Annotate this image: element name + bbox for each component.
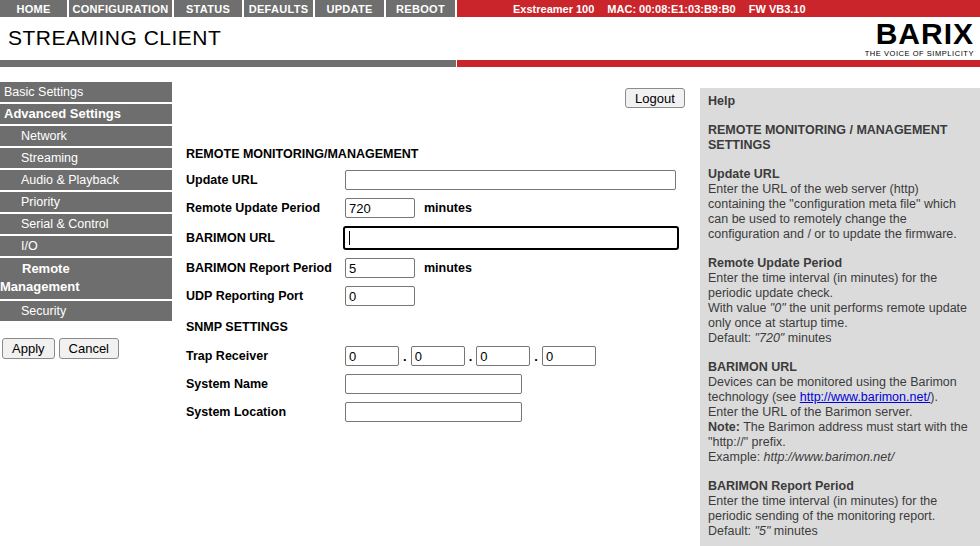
nav-item-home[interactable]: HOME [0, 0, 67, 17]
help-update-url-body: Enter the URL of the web server (http) c… [708, 182, 972, 242]
sidebar-item-io[interactable]: I/O [0, 236, 172, 256]
update-url-input[interactable] [345, 170, 676, 190]
barimon-link[interactable]: http://www.barimon.net/ [800, 390, 931, 404]
barimon-report-period-unit: minutes [424, 261, 472, 275]
help-section-barimon-report-period: BARIMON Report Period Enter the time int… [708, 479, 972, 539]
help-remote-update-period-title: Remote Update Period [708, 256, 972, 271]
help-note-label: Note: [708, 420, 740, 434]
help-section-update-url: Update URL Enter the URL of the web serv… [708, 167, 972, 242]
row-barimon-report-period: BARIMON Report Period minutes [186, 258, 681, 278]
logout-button[interactable]: Logout [625, 88, 685, 108]
sidebar-item-security[interactable]: Security [0, 301, 172, 321]
device-mac: MAC: 00:08:E1:03:B9:B0 [607, 3, 735, 15]
sidebar-item-remote-management-label: Remote Management [0, 258, 148, 299]
row-system-name: System Name [186, 374, 681, 394]
help-title: Help [708, 94, 972, 109]
sidebar-item-remote-management[interactable]: Remote Management [0, 258, 172, 299]
sidebar-item-advanced-settings[interactable]: Advanced Settings [0, 104, 172, 124]
nav-item-configuration[interactable]: CONFIGURATION [69, 0, 172, 17]
help-section-remote-update-period: Remote Update Period Enter the time inte… [708, 256, 972, 346]
device-firmware: FW VB3.10 [749, 3, 806, 15]
sidebar-buttons: Apply Cancel [0, 338, 172, 359]
barimon-report-period-input[interactable] [345, 258, 415, 278]
nav-item-reboot[interactable]: REBOOT [386, 0, 455, 17]
divider-bar-red [457, 60, 980, 67]
help-barimon-report-period-body: Enter the time interval (in minutes) for… [708, 494, 972, 539]
trap-receiver-octet4-input[interactable] [542, 346, 596, 366]
octet-separator: . [403, 349, 407, 364]
udp-reporting-port-label: UDP Reporting Port [186, 289, 345, 303]
help-barimon-report-period-title: BARIMON Report Period [708, 479, 972, 494]
sidebar-item-network[interactable]: Network [0, 126, 172, 146]
nav-item-status[interactable]: STATUS [174, 0, 242, 17]
cancel-button[interactable]: Cancel [59, 338, 119, 359]
barimon-url-input[interactable] [343, 226, 679, 250]
remote-update-period-label: Remote Update Period [186, 201, 345, 215]
help-barimon-url-body: Devices can be monitored using the Barim… [708, 375, 972, 465]
help-heading: REMOTE MONITORING / MANAGEMENT SETTINGS [708, 123, 972, 153]
help-panel: Help REMOTE MONITORING / MANAGEMENT SETT… [700, 88, 980, 546]
octet-separator: . [534, 349, 538, 364]
trap-receiver-octet1-input[interactable] [345, 346, 399, 366]
text-caret [349, 231, 350, 245]
sidebar-item-streaming[interactable]: Streaming [0, 148, 172, 168]
system-location-label: System Location [186, 405, 345, 419]
row-remote-update-period: Remote Update Period minutes [186, 198, 681, 218]
update-url-label: Update URL [186, 173, 345, 187]
page-title: STREAMING CLIENT [8, 26, 221, 50]
apply-button[interactable]: Apply [2, 338, 55, 359]
sidebar-item-serial-control[interactable]: Serial & Control [0, 214, 172, 234]
snmp-section: SNMP SETTINGS Trap Receiver . . . System… [186, 320, 681, 422]
barimon-report-period-label: BARIMON Report Period [186, 261, 345, 275]
remote-update-period-unit: minutes [424, 201, 472, 215]
nav-item-update[interactable]: UPDATE [315, 0, 384, 17]
trap-receiver-octet3-input[interactable] [476, 346, 530, 366]
sidebar-item-basic-settings[interactable]: Basic Settings [0, 82, 172, 102]
section-title-remote-monitoring: REMOTE MONITORING/MANAGEMENT [186, 147, 681, 161]
row-system-location: System Location [186, 402, 681, 422]
trap-receiver-label: Trap Receiver [186, 349, 345, 363]
sidebar-item-priority[interactable]: Priority [0, 192, 172, 212]
row-barimon-url: BARIMON URL [186, 226, 681, 250]
row-udp-reporting-port: UDP Reporting Port [186, 286, 681, 306]
system-name-label: System Name [186, 377, 345, 391]
device-model: Exstreamer 100 [513, 3, 594, 15]
device-info-banner: Exstreamer 100 MAC: 00:08:E1:03:B9:B0 FW… [457, 0, 980, 17]
trap-receiver-octet2-input[interactable] [411, 346, 465, 366]
top-navbar: HOME CONFIGURATION STATUS DEFAULTS UPDAT… [0, 0, 980, 17]
help-update-url-title: Update URL [708, 167, 972, 182]
sidebar-item-audio-playback[interactable]: Audio & Playback [0, 170, 172, 190]
udp-reporting-port-input[interactable] [345, 286, 415, 306]
octet-separator: . [469, 349, 473, 364]
help-remote-update-period-body: Enter the time interval (in minutes) for… [708, 271, 972, 346]
main-form: REMOTE MONITORING/MANAGEMENT Update URL … [186, 147, 681, 430]
barimon-url-label: BARIMON URL [186, 231, 345, 245]
help-section-barimon-url: BARIMON URL Devices can be monitored usi… [708, 360, 972, 465]
row-update-url: Update URL [186, 170, 681, 190]
barix-logo-word: BARIX [865, 20, 974, 48]
remote-update-period-input[interactable] [345, 198, 415, 218]
section-title-snmp: SNMP SETTINGS [186, 320, 681, 334]
divider-bar-gray [0, 60, 456, 67]
barix-logo-tagline: THE VOICE OF SIMPLICITY [865, 49, 974, 58]
system-name-input[interactable] [345, 374, 522, 394]
nav-item-defaults[interactable]: DEFAULTS [244, 0, 313, 17]
row-trap-receiver: Trap Receiver . . . [186, 346, 681, 366]
system-location-input[interactable] [345, 402, 522, 422]
sidebar: Basic Settings Advanced Settings Network… [0, 82, 172, 359]
help-barimon-url-title: BARIMON URL [708, 360, 972, 375]
barix-logo: BARIX THE VOICE OF SIMPLICITY [865, 20, 974, 58]
